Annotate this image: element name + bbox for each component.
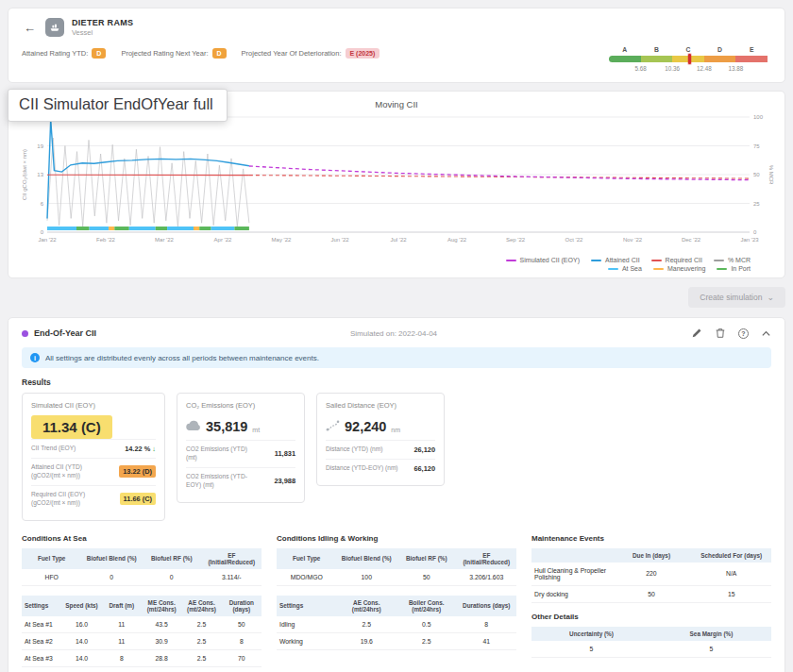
table-cell: Hull Cleaning & Propeller Polishing bbox=[531, 563, 612, 586]
rating-badge: E (2025) bbox=[346, 48, 380, 59]
legend-swatch bbox=[608, 268, 618, 270]
rating-badge: D bbox=[212, 48, 227, 59]
table-cell: 16.0 bbox=[61, 616, 101, 633]
table-row: Idling2.50.58 bbox=[277, 616, 516, 633]
table-cell: 50 bbox=[396, 569, 457, 586]
legend-swatch bbox=[506, 260, 516, 261]
required-cii-value: 11.66 (C) bbox=[120, 493, 156, 505]
chart-legend: Simulated CII (EOY) Attained CII Require… bbox=[18, 257, 775, 272]
sailed-distance-card: Sailed Distance (EOY) 92,240 nm Distance… bbox=[316, 393, 445, 486]
cii-simulator-page: ← DIETER RAMS Vessel Attained Rating YTD… bbox=[0, 8, 793, 672]
table-cell: At Sea #1 bbox=[22, 616, 61, 633]
simulated-cii-value: 11.34 (C) bbox=[31, 415, 112, 439]
rating-label: Attained Rating YTD: bbox=[22, 49, 88, 58]
svg-text:Apr '22: Apr '22 bbox=[214, 237, 232, 243]
column-header: EF (Initial/Reduced) bbox=[202, 548, 262, 569]
section-heading: Conditions Idling & Working bbox=[277, 534, 516, 543]
svg-text:Jun '22: Jun '22 bbox=[330, 237, 349, 243]
collapse-icon[interactable] bbox=[761, 328, 771, 339]
column-header: EF (Initial/Reduced) bbox=[457, 548, 517, 569]
legend-label: Attained CII bbox=[605, 257, 640, 263]
scale-letter: A bbox=[609, 46, 641, 53]
svg-text:Feb '22: Feb '22 bbox=[96, 237, 115, 243]
table-row: Hull Cleaning & Propeller Polishing220N/… bbox=[531, 563, 771, 586]
table-cell: 8 bbox=[102, 649, 142, 666]
legend-item-at-sea[interactable]: At Sea bbox=[608, 265, 642, 272]
table-row: At Sea #214.01130.92.58 bbox=[22, 632, 262, 649]
table-cell: Working bbox=[277, 632, 337, 649]
table-cell: HFO bbox=[22, 569, 82, 586]
maintenance-events-section: Maintenance Events Due In (days)Schedule… bbox=[531, 534, 771, 672]
table-cell: 14.0 bbox=[61, 649, 101, 666]
column-header: Speed (kts) bbox=[61, 596, 101, 616]
legend-item-in-port[interactable]: In Port bbox=[717, 265, 751, 272]
table-cell: 2.5 bbox=[337, 616, 397, 633]
table-cell: 2.5 bbox=[181, 632, 221, 649]
column-header: Uncertainty (%) bbox=[531, 627, 651, 641]
table-cell: 14.0 bbox=[61, 632, 101, 649]
column-header: Draft (m) bbox=[102, 596, 142, 616]
column-header: Duration (days) bbox=[222, 596, 262, 616]
rating-label: Projected Year Of Deterioration: bbox=[242, 49, 342, 58]
info-icon: i bbox=[30, 353, 40, 362]
delete-icon[interactable] bbox=[715, 328, 726, 339]
table-cell: At Sea #2 bbox=[22, 632, 61, 649]
table-cell: 100 bbox=[337, 569, 397, 586]
table-cell: 30.9 bbox=[142, 632, 181, 649]
attained-cii-row: Attained CII (YTD) (gCO2/(mt × nm)) 13.2… bbox=[31, 458, 156, 485]
row-label: Distance (YTD-EOY) (nm) bbox=[326, 464, 398, 473]
table-row: At Sea #314.0828.82.570 bbox=[22, 649, 262, 666]
conditions-idling-section: Conditions Idling & Working Fuel TypeBio… bbox=[277, 534, 516, 672]
moving-cii-chart[interactable]: 251001975135062500Jan '22Feb '22Mar '22A… bbox=[18, 111, 775, 255]
section-heading: Maintenance Events bbox=[531, 534, 771, 543]
edit-icon[interactable] bbox=[691, 328, 702, 339]
scale-segment-a bbox=[609, 56, 641, 62]
help-icon[interactable]: ? bbox=[738, 328, 749, 339]
table-cell: 3.114/- bbox=[202, 569, 262, 586]
column-header: Biofuel RF (%) bbox=[142, 548, 202, 569]
legend-label: % MCR bbox=[728, 257, 751, 263]
legend-item-required[interactable]: Required CII bbox=[651, 257, 702, 263]
scale-segment-e bbox=[735, 56, 768, 62]
svg-text:Nov '22: Nov '22 bbox=[623, 237, 643, 243]
create-simulation-button[interactable]: Create simulation ⌄ bbox=[688, 287, 785, 308]
rating-badge: D bbox=[92, 48, 106, 59]
table-cell: 8 bbox=[222, 632, 262, 649]
legend-item-attained[interactable]: Attained CII bbox=[591, 257, 640, 263]
other-details-heading: Other Details bbox=[531, 613, 771, 621]
legend-label: At Sea bbox=[622, 265, 642, 272]
column-header: Biofuel RF (%) bbox=[396, 548, 457, 569]
table-cell: 0 bbox=[82, 569, 143, 586]
table-cell: 28.8 bbox=[142, 649, 181, 666]
simulated-on-label: Simulated on: 2022-04-04 bbox=[96, 329, 691, 338]
co2-cloud-icon bbox=[186, 418, 201, 435]
panel-title: End-Of-Year CII bbox=[34, 328, 96, 338]
table-cell: At Sea #3 bbox=[22, 649, 61, 666]
table-cell: 15 bbox=[691, 585, 771, 602]
scale-letter: C bbox=[672, 46, 704, 53]
table-row: MDO/MGO100503.206/1.603 bbox=[277, 569, 516, 586]
trend-down-icon: ↓ bbox=[152, 445, 156, 453]
attained-cii-value: 13.22 (D) bbox=[119, 465, 156, 478]
legend-label: In Port bbox=[731, 265, 751, 272]
distance-ytd-eoy-value: 66,120 bbox=[413, 464, 435, 473]
distance-ytd-value: 26,120 bbox=[413, 445, 435, 454]
table-row: HFO003.114/- bbox=[22, 569, 262, 586]
back-icon[interactable]: ← bbox=[22, 21, 38, 35]
column-header: Due In (days) bbox=[612, 548, 692, 563]
table-cell: 3.206/1.603 bbox=[457, 569, 517, 586]
scale-letter: B bbox=[641, 46, 673, 53]
legend-item-mcr[interactable]: % MCR bbox=[714, 257, 751, 263]
legend-item-simulated[interactable]: Simulated CII (EOY) bbox=[506, 257, 580, 263]
co2-total-value: 35,819 bbox=[206, 419, 247, 434]
legend-item-maneuvering[interactable]: Maneuvering bbox=[653, 265, 705, 272]
info-banner-text: All settings are distributed evenly acro… bbox=[45, 354, 319, 362]
svg-text:Aug '22: Aug '22 bbox=[447, 237, 467, 243]
svg-text:0: 0 bbox=[41, 229, 44, 235]
scale-boundary: 13.88 bbox=[729, 65, 744, 72]
table-cell: 0 bbox=[142, 569, 202, 586]
scale-letter: E bbox=[735, 46, 768, 53]
co2-unit: mt bbox=[252, 427, 260, 433]
co2-ytd-eoy-value: 23,988 bbox=[274, 477, 295, 485]
co2-ytd-row: CO2 Emissions (YTD) (mt) 11,831 bbox=[186, 440, 295, 467]
